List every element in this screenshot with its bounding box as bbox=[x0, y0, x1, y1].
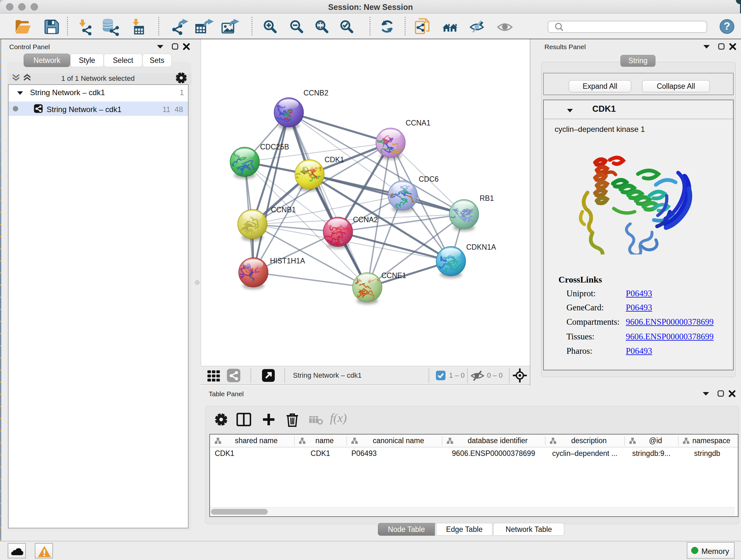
svg-text:CCNB1: CCNB1 bbox=[271, 206, 296, 214]
svg-text:CDC6: CDC6 bbox=[419, 175, 439, 183]
svg-text:CCNA1: CCNA1 bbox=[406, 119, 430, 127]
svg-text:HIST1H1A: HIST1H1A bbox=[270, 257, 306, 265]
svg-text:RB1: RB1 bbox=[480, 194, 494, 202]
svg-text:?: ? bbox=[724, 20, 731, 32]
svg-text:CCNA2: CCNA2 bbox=[353, 215, 378, 224]
svg-text:CDC25B: CDC25B bbox=[260, 143, 289, 151]
svg-text:CCNE1: CCNE1 bbox=[381, 271, 406, 280]
svg-text:CCNB2: CCNB2 bbox=[304, 89, 328, 97]
svg-text:CDKN1A: CDKN1A bbox=[466, 243, 496, 251]
svg-text:CDK1: CDK1 bbox=[325, 155, 344, 164]
